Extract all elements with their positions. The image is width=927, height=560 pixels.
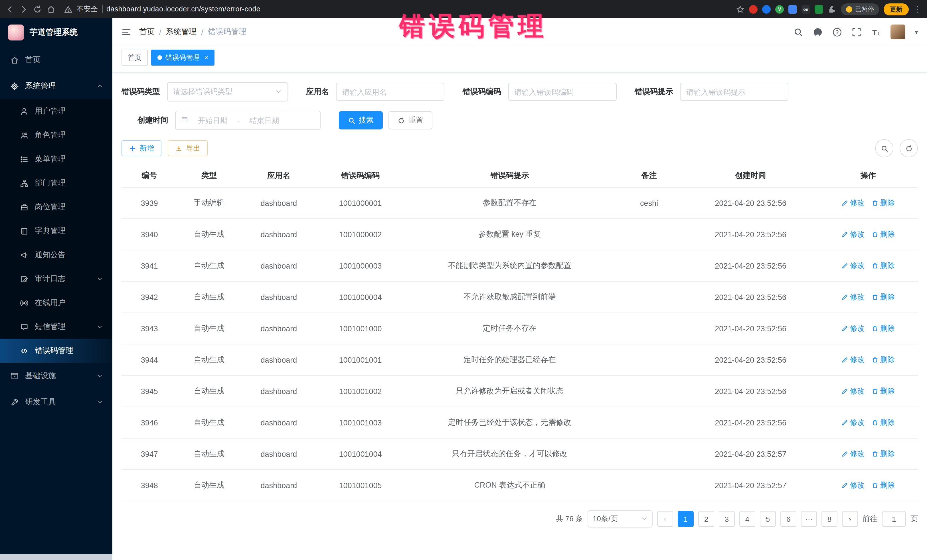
paused-badge[interactable]: 已暂停	[841, 3, 879, 15]
extension-green-check-icon[interactable]: V	[775, 5, 784, 14]
bookmark-star-icon[interactable]	[736, 5, 745, 14]
extension-blue-drop-icon[interactable]	[762, 5, 771, 14]
edit-link[interactable]: 修改	[841, 323, 865, 334]
export-button[interactable]: 导出	[168, 140, 208, 156]
extension-grid-icon[interactable]	[789, 5, 797, 14]
extension-on-badge-icon[interactable]: on	[801, 5, 810, 14]
fullscreen-icon[interactable]	[852, 27, 862, 37]
edit-link[interactable]: 修改	[841, 480, 865, 490]
avatar[interactable]	[891, 24, 905, 39]
search-icon[interactable]	[793, 27, 803, 37]
delete-link[interactable]: 删除	[871, 198, 895, 208]
app-name-input[interactable]	[336, 83, 444, 101]
page-button[interactable]: 5	[760, 511, 776, 527]
tab-error-code[interactable]: 错误码管理 ×	[151, 50, 214, 65]
delete-link[interactable]: 删除	[871, 292, 895, 302]
sidebar-item-roles[interactable]: 角色管理	[0, 123, 112, 147]
delete-link[interactable]: 删除	[871, 417, 895, 428]
back-icon[interactable]	[6, 5, 14, 14]
extension-leaf-icon[interactable]	[815, 5, 823, 14]
page-ellipsis[interactable]: ···	[801, 511, 817, 527]
hamburger-icon[interactable]	[122, 27, 131, 37]
delete-link[interactable]: 删除	[871, 355, 895, 365]
refresh-button[interactable]	[900, 139, 918, 157]
search-button[interactable]: 搜索	[339, 111, 383, 129]
sidebar-item-posts[interactable]: 岗位管理	[0, 195, 112, 219]
cell-type: 自动生成	[177, 449, 241, 459]
edit-link[interactable]: 修改	[841, 229, 865, 240]
chevron-up-icon	[97, 82, 103, 90]
caret-down-icon[interactable]: ▾	[915, 29, 918, 35]
delete-link[interactable]: 删除	[871, 386, 895, 396]
prev-page-button[interactable]: ‹	[657, 511, 673, 527]
cell-hint: 定时任务已经处于该状态，无需修改	[404, 417, 615, 428]
sidebar-item-sms[interactable]: 短信管理	[0, 315, 112, 339]
delete-link[interactable]: 删除	[871, 480, 895, 490]
sidebar-item-users[interactable]: 用户管理	[0, 99, 112, 123]
breadcrumb: 首页 / 系统管理 / 错误码管理	[139, 27, 246, 37]
breadcrumb-home[interactable]: 首页	[139, 27, 155, 37]
sidebar-item-departments[interactable]: 部门管理	[0, 171, 112, 195]
cell-app: dashboard	[241, 418, 317, 427]
sidebar-item-audit-log[interactable]: 审计日志	[0, 267, 112, 291]
page-button[interactable]: 1	[678, 511, 694, 527]
address-bar[interactable]: 不安全 dashboard.yudao.iocoder.cn/system/er…	[64, 4, 260, 14]
start-date-input[interactable]	[191, 115, 234, 125]
kebab-menu-icon[interactable]: ⋮	[913, 5, 921, 14]
next-page-button[interactable]: ›	[842, 511, 858, 527]
page-button[interactable]: 3	[719, 511, 735, 527]
add-button[interactable]: 新增	[122, 140, 161, 156]
edit-link[interactable]: 修改	[841, 198, 865, 208]
reset-button-label: 重置	[409, 115, 423, 126]
home-icon[interactable]	[47, 5, 55, 14]
font-size-icon[interactable]: TT	[871, 27, 881, 37]
delete-link[interactable]: 删除	[871, 323, 895, 334]
github-icon[interactable]	[813, 27, 823, 37]
sidebar-item-error-code[interactable]: 错误码管理	[0, 339, 112, 363]
error-type-select[interactable]: 请选择错误码类型	[167, 82, 288, 102]
page-button[interactable]: 8	[821, 511, 837, 527]
error-hint-input[interactable]	[680, 83, 789, 101]
forward-icon[interactable]	[20, 5, 28, 14]
toggle-search-button[interactable]	[875, 139, 894, 157]
sidebar-item-online-users[interactable]: 在线用户	[0, 291, 112, 315]
cell-type: 自动生成	[177, 229, 241, 240]
page-size-select[interactable]: 10条/页	[588, 510, 653, 528]
sidebar-item-dictionary[interactable]: 字典管理	[0, 219, 112, 243]
page-button[interactable]: 2	[698, 511, 714, 527]
sidebar-scrollbar[interactable]	[0, 554, 112, 560]
extension-red-icon[interactable]	[749, 5, 758, 14]
edit-link[interactable]: 修改	[841, 386, 865, 396]
reset-button[interactable]: 重置	[389, 111, 432, 129]
tab-home[interactable]: 首页	[122, 50, 148, 65]
delete-link[interactable]: 删除	[871, 449, 895, 459]
sidebar-item-devtools[interactable]: 研发工具	[0, 389, 112, 415]
delete-link[interactable]: 删除	[871, 261, 895, 271]
app-logo[interactable]: 芋道管理系统	[0, 18, 112, 47]
edit-link[interactable]: 修改	[841, 417, 865, 428]
help-icon[interactable]: ?	[832, 27, 842, 37]
reload-icon[interactable]	[33, 5, 42, 14]
close-icon[interactable]: ×	[204, 54, 208, 61]
date-range-picker[interactable]: -	[175, 111, 321, 130]
edit-link[interactable]: 修改	[841, 292, 865, 302]
edit-link[interactable]: 修改	[841, 449, 865, 459]
cell-code: 1001001000	[317, 324, 404, 333]
sidebar-item-system[interactable]: 系统管理	[0, 73, 112, 99]
sidebar-item-home[interactable]: 首页	[0, 47, 112, 73]
error-code-input[interactable]	[508, 83, 616, 101]
sidebar-item-infrastructure[interactable]: 基础设施	[0, 363, 112, 389]
sidebar-item-label: 菜单管理	[35, 154, 65, 164]
end-date-input[interactable]	[243, 115, 286, 125]
sidebar-item-menus[interactable]: 菜单管理	[0, 147, 112, 171]
delete-link[interactable]: 删除	[871, 229, 895, 240]
breadcrumb-system[interactable]: 系统管理	[166, 27, 197, 37]
goto-page-input[interactable]	[882, 511, 906, 527]
update-button[interactable]: 更新	[884, 3, 909, 15]
sidebar-item-notices[interactable]: 通知公告	[0, 243, 112, 267]
edit-link[interactable]: 修改	[841, 355, 865, 365]
puzzle-extensions-icon[interactable]	[828, 5, 836, 14]
page-button[interactable]: 6	[780, 511, 796, 527]
page-button[interactable]: 4	[739, 511, 755, 527]
edit-link[interactable]: 修改	[841, 261, 865, 271]
